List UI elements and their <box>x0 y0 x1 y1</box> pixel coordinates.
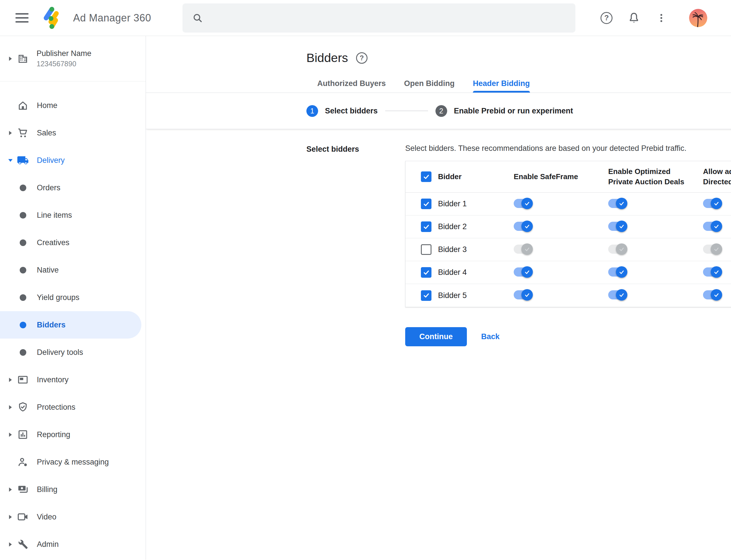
caret-right-icon <box>7 433 14 437</box>
form-actions: Continue Back <box>405 327 731 346</box>
back-button[interactable]: Back <box>481 332 500 341</box>
sidebar-item-inventory[interactable]: Inventory <box>0 366 146 393</box>
search-icon <box>192 13 203 23</box>
kebab-menu-icon <box>656 12 667 24</box>
row-checkbox-bidder-2[interactable] <box>421 221 431 232</box>
row-checkbox-bidder-1[interactable] <box>421 199 431 209</box>
sidebar-item-delivery-tools[interactable]: Delivery tools <box>0 339 146 366</box>
select-all-checkbox[interactable] <box>421 171 431 182</box>
bullet-icon <box>17 349 29 356</box>
column-header-bidder: Bidder <box>438 172 461 182</box>
sidebar-item-label: Admin <box>37 540 59 549</box>
sidebar-item-label: Delivery <box>37 156 65 165</box>
sidebar-item-creatives[interactable]: Creatives <box>0 229 146 256</box>
sidebar-item-label: Reporting <box>37 430 70 439</box>
column-header-child-directed: Allow ads on Child-Directed Requests <box>703 167 731 187</box>
ad-manager-logo-icon <box>41 6 65 30</box>
chevron-right-icon <box>7 57 14 61</box>
publisher-switcher[interactable]: Publisher Name 1234567890 <box>0 36 146 81</box>
tab-authorized-buyers[interactable]: Authorized Buyers <box>317 79 386 93</box>
toggle-thumb-check-icon <box>616 289 627 301</box>
menu-icon[interactable] <box>15 13 29 23</box>
toggle-thumb-check-icon <box>521 266 533 278</box>
account-avatar[interactable] <box>689 9 707 27</box>
sidebar-item-sales[interactable]: Sales <box>0 119 146 147</box>
step-content: Select bidders Select bidders. These rec… <box>146 129 731 346</box>
sidebar-item-home[interactable]: Home <box>0 92 146 119</box>
optimized-deals-toggle-bidder-2[interactable] <box>608 221 628 232</box>
search-bar[interactable] <box>183 3 575 33</box>
row-checkbox-bidder-5[interactable] <box>421 290 431 301</box>
page-help-icon[interactable]: ? <box>356 52 367 64</box>
sidebar-item-billing[interactable]: Billing <box>0 476 146 503</box>
help-button[interactable]: ? <box>599 11 614 25</box>
child-directed-toggle-bidder-2[interactable] <box>703 221 722 232</box>
toggle-thumb-check-icon <box>616 266 627 278</box>
sidebar: Publisher Name 1234567890 HomeSalesDeliv… <box>0 36 146 560</box>
sidebar-item-native[interactable]: Native <box>0 256 146 284</box>
sidebar-item-line-items[interactable]: Line items <box>0 201 146 229</box>
row-checkbox-bidder-3[interactable] <box>421 244 431 255</box>
video-icon <box>17 511 29 523</box>
bullet-icon <box>17 239 29 246</box>
sidebar-item-label: Privacy & messaging <box>37 458 109 467</box>
sidebar-item-reporting[interactable]: Reporting <box>0 421 146 448</box>
sidebar-item-video[interactable]: Video <box>0 503 146 531</box>
child-directed-toggle-bidder-1[interactable] <box>703 198 722 209</box>
sidebar-item-admin[interactable]: Admin <box>0 531 146 558</box>
safeframe-toggle-bidder-3[interactable] <box>514 243 533 255</box>
sidebar-item-label: Line items <box>37 211 72 220</box>
search-input[interactable] <box>210 3 575 33</box>
bullet-icon <box>17 185 29 191</box>
sidebar-item-privacy-messaging[interactable]: Privacy & messaging <box>0 448 146 476</box>
tab-open-bidding[interactable]: Open Bidding <box>404 79 454 93</box>
caret-right-icon <box>7 515 14 519</box>
child-directed-toggle-bidder-4[interactable] <box>703 266 722 278</box>
caret-right-icon <box>7 542 14 547</box>
caret-right-icon <box>7 131 14 135</box>
caret-right-icon <box>7 378 14 382</box>
toggle-thumb-check-icon <box>616 198 627 209</box>
continue-button[interactable]: Continue <box>405 327 467 346</box>
main-content: Bidders ? Authorized Buyers Open Bidding… <box>146 36 731 560</box>
sidebar-item-orders[interactable]: Orders <box>0 174 146 201</box>
sidebar-item-protections[interactable]: Protections <box>0 393 146 421</box>
toggle-thumb-check-icon <box>521 221 533 232</box>
optimized-deals-toggle-bidder-3[interactable] <box>608 243 628 255</box>
toggle-thumb-check-icon <box>711 243 722 255</box>
ad-manager-logo: Ad Manager 360 <box>41 6 151 30</box>
safeframe-toggle-bidder-2[interactable] <box>514 221 533 232</box>
inventory-icon <box>17 374 29 385</box>
safeframe-toggle-bidder-5[interactable] <box>514 289 533 301</box>
sidebar-item-delivery[interactable]: Delivery <box>0 147 146 174</box>
optimized-deals-toggle-bidder-1[interactable] <box>608 198 628 209</box>
more-options-button[interactable] <box>654 11 668 25</box>
palm-tree-avatar-image <box>689 9 707 27</box>
bullet-icon <box>17 267 29 273</box>
sidebar-item-bidders[interactable]: Bidders <box>0 311 141 339</box>
notifications-button[interactable] <box>627 11 641 25</box>
tab-header-bidding[interactable]: Header Bidding <box>473 79 530 93</box>
table-row-bidder-2: Bidder 2 <box>405 215 731 238</box>
caret-right-icon <box>7 487 14 492</box>
optimized-deals-toggle-bidder-4[interactable] <box>608 266 628 278</box>
row-checkbox-bidder-4[interactable] <box>421 267 431 278</box>
table-header-row: Bidder Enable SafeFrame Enable Optimized… <box>405 161 731 193</box>
sidebar-nav: HomeSalesDeliveryOrdersLine itemsCreativ… <box>0 81 146 558</box>
cart-icon <box>17 127 29 139</box>
tab-bar: Authorized Buyers Open Bidding Header Bi… <box>307 79 731 93</box>
optimized-deals-toggle-bidder-5[interactable] <box>608 289 628 301</box>
table-row-bidder-1: Bidder 1 <box>405 193 731 215</box>
shield-icon <box>17 401 29 413</box>
safeframe-toggle-bidder-4[interactable] <box>514 266 533 278</box>
sidebar-item-label: Inventory <box>37 375 69 384</box>
bidder-name: Bidder 5 <box>438 291 467 300</box>
toggle-thumb-check-icon <box>711 289 722 301</box>
sidebar-item-label: Billing <box>37 485 57 494</box>
child-directed-toggle-bidder-5[interactable] <box>703 289 722 301</box>
sidebar-item-label: Creatives <box>37 238 69 247</box>
safeframe-toggle-bidder-1[interactable] <box>514 198 533 209</box>
child-directed-toggle-bidder-3[interactable] <box>703 243 722 255</box>
page-title: Bidders <box>307 51 348 65</box>
sidebar-item-yield-groups[interactable]: Yield groups <box>0 284 146 311</box>
